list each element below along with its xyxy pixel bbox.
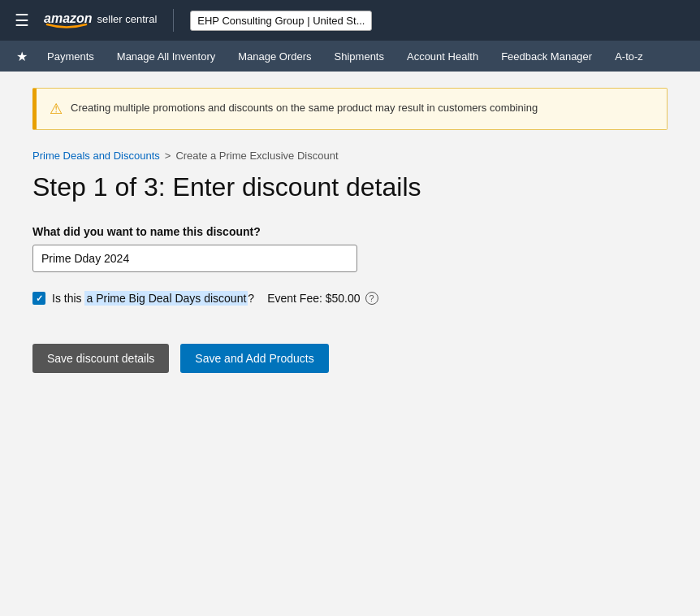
breadcrumb-current: Create a Prime Exclusive Discount [175, 150, 338, 162]
hamburger-menu-icon[interactable]: ☰ [10, 7, 34, 33]
breadcrumb-prime-deals-link[interactable]: Prime Deals and Discounts [32, 150, 160, 162]
event-fee-text: Event Fee: $50.00 [267, 292, 360, 305]
checkbox-label-highlight: a Prime Big Deal Days discount [84, 291, 248, 306]
account-selector-dropdown[interactable]: EHP Consulting Group | United St... [190, 11, 372, 31]
top-navigation: ☰ amazon seller central EHP Consulting G… [0, 0, 700, 41]
logo-area: amazon seller central [44, 12, 157, 28]
event-fee-label: Event Fee: $50.00 ? [267, 292, 378, 305]
form-buttons-row: Save discount details Save and Add Produ… [32, 344, 668, 373]
save-and-add-products-button[interactable]: Save and Add Products [180, 344, 328, 373]
nav-divider [173, 9, 174, 32]
sidebar-item-manage-inventory[interactable]: Manage All Inventory [106, 41, 227, 72]
breadcrumb-separator: > [165, 150, 171, 162]
checkbox-label-pre: Is this [52, 292, 84, 305]
sidebar-item-feedback-manager[interactable]: Feedback Manager [490, 41, 603, 72]
discount-form: What did you want to name this discount?… [32, 225, 668, 373]
amazon-smile-icon [45, 24, 88, 28]
amazon-logo: amazon seller central [44, 12, 157, 28]
discount-name-input[interactable] [32, 245, 357, 272]
warning-icon: ⚠ [50, 100, 63, 118]
checkbox-label-text: Is this a Prime Big Deal Days discount? [52, 292, 254, 305]
prime-big-deal-checkbox-row: Is this a Prime Big Deal Days discount? … [32, 292, 668, 305]
sidebar-item-manage-orders[interactable]: Manage Orders [227, 41, 322, 72]
discount-name-field-group: What did you want to name this discount? [32, 225, 668, 272]
sidebar-item-shipments[interactable]: Shipments [323, 41, 395, 72]
checkbox-label-post: ? [248, 292, 254, 305]
main-content: ⚠ Creating multiple promotions and disco… [0, 72, 700, 616]
breadcrumb: Prime Deals and Discounts > Create a Pri… [32, 150, 668, 162]
sidebar-item-payments[interactable]: Payments [36, 41, 106, 72]
event-fee-info-icon[interactable]: ? [365, 292, 378, 305]
sidebar-item-a-to-z[interactable]: A-to-z [603, 41, 655, 72]
alert-banner: ⚠ Creating multiple promotions and disco… [32, 88, 668, 130]
save-discount-details-button[interactable]: Save discount details [32, 344, 169, 373]
sidebar-item-account-health[interactable]: Account Health [395, 41, 490, 72]
alert-text: Creating multiple promotions and discoun… [71, 100, 538, 116]
page-title: Step 1 of 3: Enter discount details [32, 171, 668, 202]
seller-central-wordmark: seller central [97, 14, 158, 24]
discount-name-label: What did you want to name this discount? [32, 225, 668, 238]
prime-big-deal-checkbox[interactable] [32, 292, 45, 305]
favorites-star-icon[interactable]: ★ [8, 49, 36, 64]
secondary-navigation: ★ Payments Manage All Inventory Manage O… [0, 41, 700, 72]
